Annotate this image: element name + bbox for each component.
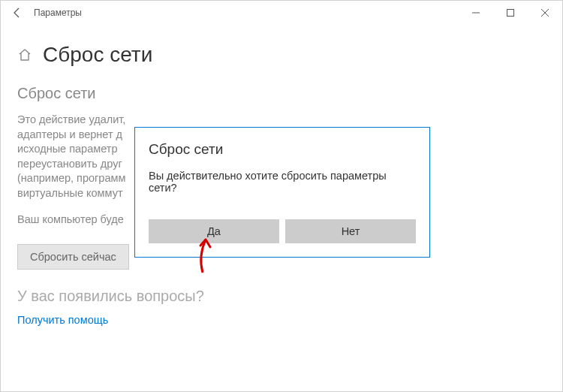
reset-now-button[interactable]: Сбросить сейчас [17, 244, 129, 270]
section-heading: Сброс сети [17, 85, 546, 102]
back-button[interactable] [7, 1, 28, 25]
page-header: Сброс сети [17, 43, 546, 67]
home-icon[interactable] [17, 47, 32, 62]
no-button[interactable]: Нет [285, 219, 416, 243]
window-controls [459, 1, 562, 25]
confirm-dialog: Сброс сети Вы действительно хотите сброс… [134, 127, 430, 258]
svg-rect-1 [507, 10, 514, 17]
get-help-link[interactable]: Получить помощь [17, 314, 546, 326]
questions-heading: У вас появились вопросы? [17, 288, 546, 305]
dialog-message: Вы действительно хотите сбросить парамет… [149, 170, 416, 194]
minimize-button[interactable] [459, 1, 493, 25]
maximize-button[interactable] [493, 1, 528, 25]
dialog-button-row: Да Нет [149, 219, 416, 243]
app-name: Параметры [34, 8, 82, 18]
dialog-title: Сброс сети [149, 141, 416, 158]
close-button[interactable] [528, 1, 562, 25]
titlebar: Параметры [1, 1, 562, 25]
yes-button[interactable]: Да [149, 219, 279, 243]
settings-window: Параметры Сброс сети Сброс сети Это дейс… [0, 0, 563, 392]
page-title: Сброс сети [43, 43, 152, 67]
